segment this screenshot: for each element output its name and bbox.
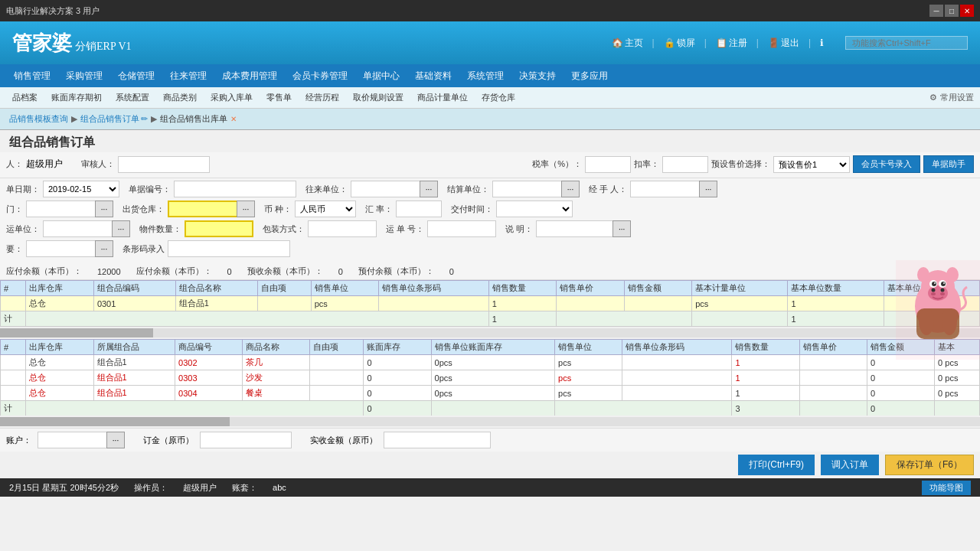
receivable-label: 应付余额（本币）： [136, 266, 212, 277]
nav-costs[interactable]: 成本费用管理 [214, 67, 285, 86]
th2-10: 销售数量 [732, 340, 799, 355]
import-btn[interactable]: 调入订单 [821, 455, 879, 475]
status-account-label: 账套： [232, 482, 257, 494]
bc-close-icon[interactable]: ✕ [230, 115, 237, 123]
nav-membership[interactable]: 会员卡券管理 [285, 67, 355, 86]
discount-input[interactable]: 1 [662, 156, 708, 173]
app-logo: 管家婆 分销ERP V1 [12, 30, 132, 57]
nav-system[interactable]: 系统管理 [459, 67, 511, 86]
settle-btn[interactable]: ··· [561, 181, 580, 197]
lock-icon[interactable]: 🔒 锁屏 [664, 37, 695, 50]
nav-more[interactable]: 更多应用 [564, 67, 616, 86]
status-date: 2月15日 星期五 20时45分2秒 [9, 482, 119, 494]
nav-vouchers[interactable]: 单据中心 [355, 67, 407, 86]
discount-label: 扣率： [634, 158, 659, 170]
th1-5: 销售单位 [311, 281, 378, 296]
pre-receive-value: 0 [338, 267, 343, 276]
handler-btn[interactable]: ··· [699, 181, 717, 197]
dept-btn[interactable]: ··· [95, 201, 113, 217]
table1-container: # 出库仓库 组合品编码 组合品名称 自由项 销售单位 销售单位条形码 销售数量… [0, 280, 980, 327]
svg-point-6 [940, 292, 945, 295]
nav-warehouse[interactable]: 仓储管理 [110, 67, 162, 86]
currency-select[interactable]: 人民币 [295, 201, 356, 217]
to-unit-btn[interactable]: ··· [420, 181, 438, 197]
help-btn[interactable]: 单据助手 [923, 155, 974, 173]
package-input[interactable] [308, 220, 377, 237]
close-btn[interactable]: ✕ [960, 5, 974, 17]
settle-input[interactable]: 客户1 [492, 181, 561, 197]
maximize-btn[interactable]: □ [945, 5, 959, 17]
status-operator: 超级用户 [183, 482, 217, 494]
subnav-pricing[interactable]: 取价规则设置 [347, 90, 410, 105]
parts-input[interactable] [185, 220, 253, 237]
scrollbar-thumb-2[interactable] [0, 417, 230, 426]
waybill-input[interactable] [427, 220, 496, 237]
func-diagram-btn[interactable]: 功能导图 [922, 481, 971, 495]
tax-input[interactable]: 0 [585, 156, 631, 173]
th1-8: 销售单价 [557, 281, 624, 296]
ship-btn[interactable]: ··· [112, 220, 130, 237]
scrollbar-2[interactable] [0, 417, 980, 426]
approver-input[interactable] [118, 156, 210, 173]
scrollbar-thumb-1[interactable] [0, 328, 153, 337]
note-input[interactable] [536, 220, 612, 237]
subnav-stock[interactable]: 账面库存期初 [45, 90, 108, 105]
remarks-input[interactable] [26, 240, 95, 257]
remarks-btn[interactable]: ··· [95, 240, 113, 257]
nav-decision[interactable]: 决策支持 [511, 67, 564, 86]
account-btn[interactable]: ··· [106, 432, 125, 448]
th2-4: 商品名称 [243, 340, 310, 355]
nav-transactions[interactable]: 往来管理 [162, 67, 214, 86]
nav-purchase[interactable]: 采购管理 [58, 67, 110, 86]
price-select[interactable]: 预设售价1 [773, 156, 850, 173]
nav-basic[interactable]: 基础资料 [407, 67, 459, 86]
exchange-input[interactable] [496, 201, 573, 217]
subnav-purchase[interactable]: 采购入库单 [204, 90, 259, 105]
info-icon[interactable]: ℹ [820, 37, 824, 48]
minimize-btn[interactable]: ─ [929, 5, 943, 17]
package-label: 包装方式： [263, 223, 305, 235]
warehouse-btn[interactable]: ··· [237, 201, 255, 217]
dept-input[interactable]: 财务部 [26, 201, 95, 217]
nav-sales[interactable]: 销售管理 [6, 67, 58, 86]
order-input[interactable]: ZXD-T-2019-02-15-0001 [174, 181, 296, 197]
settle-group: 客户1 ··· [492, 181, 580, 197]
rate-input[interactable]: 1 [396, 201, 442, 217]
scrollbar-1[interactable] [0, 328, 980, 337]
to-unit-input[interactable]: 客户1 [351, 181, 420, 197]
home-icon[interactable]: 🏠 主页 [612, 37, 643, 50]
save-btn[interactable]: 保存订单（F6） [885, 455, 974, 475]
account-input[interactable] [38, 432, 106, 448]
logout-icon[interactable]: 🚪 退出 [768, 37, 799, 50]
ship-input[interactable] [43, 220, 112, 237]
subnav-config[interactable]: 系统配置 [109, 90, 155, 105]
warehouse-label: 出货仓库： [122, 204, 165, 215]
subnav-history[interactable]: 经营历程 [299, 90, 345, 105]
svg-point-5 [931, 292, 936, 295]
print-btn[interactable]: 打印(Ctrl+F9) [738, 455, 815, 475]
table-total-row: 计 1 1 [1, 311, 980, 327]
note-btn[interactable]: ··· [612, 220, 631, 237]
barcode-input[interactable] [168, 240, 290, 257]
register-icon[interactable]: 📋 注册 [716, 37, 747, 50]
date-input[interactable]: 2019-02-15 [43, 181, 119, 197]
settle-label: 结算单位： [447, 184, 489, 195]
warehouse-input[interactable]: 总仓 [168, 201, 237, 217]
handler-input[interactable]: 小周 [630, 181, 699, 197]
bc-item-0[interactable]: 品销售模板查询 [9, 113, 68, 125]
bc-item-1[interactable]: 组合品销售订单 ✏ [80, 113, 148, 125]
subnav-retail[interactable]: 零售单 [260, 90, 298, 105]
actual-amount-input[interactable] [384, 432, 491, 448]
subnav-inventory[interactable]: 存货仓库 [475, 90, 521, 105]
remarks-group: ··· [26, 240, 113, 257]
account-group: ··· [38, 432, 125, 448]
subnav-category[interactable]: 商品类别 [157, 90, 203, 105]
subnav-unit[interactable]: 商品计量单位 [411, 90, 474, 105]
member-card-btn[interactable]: 会员卡号录入 [853, 155, 920, 173]
settings-btn[interactable]: ⚙ 常用设置 [929, 92, 974, 103]
account-label: 账户： [6, 435, 31, 446]
order-amount-input[interactable] [200, 432, 292, 448]
subnav-archive[interactable]: 品档案 [6, 90, 44, 105]
form-top: 人： 超级用户 审核人： 税率（%）： 0 扣率： 1 预设售价选择： 预设售价… [0, 152, 980, 178]
search-input[interactable] [845, 36, 968, 50]
